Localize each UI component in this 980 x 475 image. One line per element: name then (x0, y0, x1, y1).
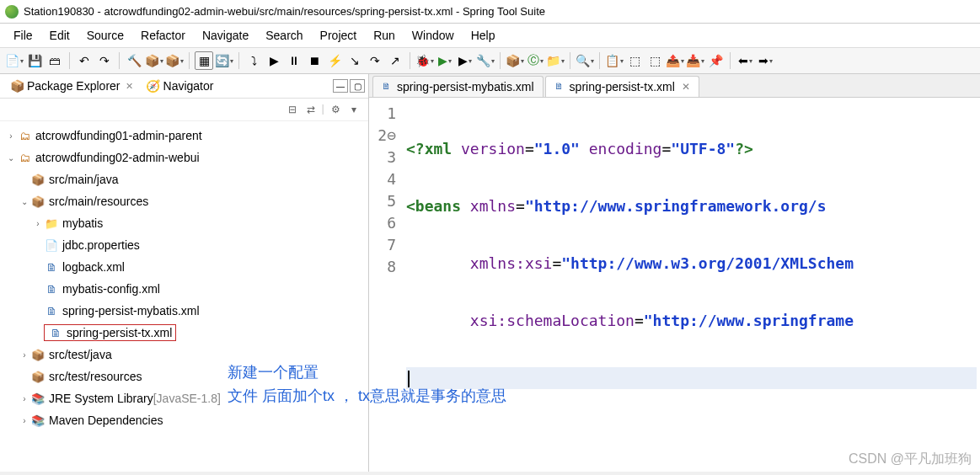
menu-navigate[interactable]: Navigate (195, 27, 255, 44)
link-editor-button[interactable]: ⇄ (303, 102, 319, 117)
debug-resume-button[interactable]: ▶ (265, 51, 283, 70)
separator (238, 52, 239, 69)
menu-search[interactable]: Search (259, 27, 309, 44)
step-return-button[interactable]: ↗ (386, 51, 404, 70)
maximize-view-button[interactable]: ▢ (350, 79, 365, 93)
editor-tabs: 🗎 spring-persist-mybatis.xml 🗎 spring-pe… (369, 74, 980, 98)
step-into-button[interactable]: ↘ (345, 51, 364, 70)
project-icon: 🗂 (17, 151, 32, 164)
editor-tab-active[interactable]: 🗎 spring-persist-tx.xml ✕ (545, 76, 699, 97)
library-icon: 📚 (30, 414, 46, 427)
separator (500, 52, 501, 69)
source-folder[interactable]: ⌄📦src/main/resources (2, 190, 367, 212)
file-node-selected[interactable]: 🗎spring-persist-tx.xml (2, 322, 367, 344)
code-editor[interactable]: 12⊖34 5678 <?xml version="1.0" encoding=… (369, 98, 980, 472)
minimize-view-button[interactable]: — (333, 79, 348, 93)
folder-node[interactable]: ›📁mybatis (2, 212, 367, 234)
new-package-button[interactable]: 📦 (506, 51, 524, 70)
debug-button[interactable]: 🐞 (415, 51, 434, 70)
file-node[interactable]: 🗎mybatis-config.xml (2, 278, 367, 300)
tab-navigator[interactable]: 🧭 Navigator (140, 76, 221, 96)
tool-button[interactable]: 📤 (666, 51, 684, 70)
redo-button[interactable]: ↷ (95, 51, 114, 70)
run-ext-button[interactable]: ▶ (456, 51, 474, 70)
project-node[interactable]: ⌄🗂atcrowdfunding02-admin-webui (2, 147, 367, 168)
code-content[interactable]: <?xml version="1.0" encoding="UTF-8"?> <… (403, 98, 980, 472)
debug-disconnect-button[interactable]: ⚡ (325, 51, 344, 70)
tab-package-explorer[interactable]: 📦 Package Explorer ✕ (3, 76, 140, 96)
menu-edit[interactable]: Edit (43, 27, 77, 44)
save-all-button[interactable]: 🗃 (46, 51, 64, 70)
collapse-all-button[interactable]: ⊟ (285, 102, 300, 117)
package-icon: 📦 (30, 195, 46, 208)
view-menu-button[interactable]: ▾ (346, 102, 361, 117)
menu-project[interactable]: Project (313, 27, 364, 44)
source-folder[interactable]: 📦src/main/java (2, 168, 367, 190)
source-folder[interactable]: 📦src/test/resources (2, 366, 367, 387)
new-button[interactable]: 📄 (5, 51, 24, 70)
view-tabs: 📦 Package Explorer ✕ 🧭 Navigator — ▢ (0, 74, 368, 99)
package-explorer-icon: 📦 (10, 79, 24, 93)
app-logo-icon (5, 5, 19, 19)
menu-help[interactable]: Help (464, 27, 502, 44)
separator (119, 52, 120, 69)
menu-refactor[interactable]: Refactor (134, 27, 192, 44)
file-node[interactable]: 📄jdbc.properties (2, 234, 367, 256)
tab-label: Package Explorer (27, 79, 120, 93)
editor-tab[interactable]: 🗎 spring-persist-mybatis.xml (372, 76, 544, 97)
menu-run[interactable]: Run (367, 27, 402, 44)
library-node[interactable]: ›📚Maven Dependencies (2, 409, 367, 431)
title-bar: Station190830 - atcrowdfunding02-admin-w… (0, 0, 980, 24)
tool-button[interactable]: 📥 (686, 51, 704, 70)
new-folder-button[interactable]: 📁 (546, 51, 565, 70)
debug-skip-button[interactable]: ⤵ (244, 51, 263, 70)
save-button[interactable]: 💾 (25, 51, 44, 70)
debug-pause-button[interactable]: ⏸ (285, 51, 303, 70)
run-button[interactable]: ▶ (436, 51, 454, 70)
tool-button[interactable]: 📦 (165, 51, 184, 70)
forward-button[interactable]: ➡ (756, 51, 774, 70)
project-node[interactable]: ›🗂atcrowdfunding01-admin-parent (2, 125, 367, 147)
run-last-button[interactable]: 🔧 (476, 51, 495, 70)
explorer-toolbar: ⊟ ⇄ | ⚙ ▾ (0, 99, 368, 121)
xml-icon: 🗎 (44, 260, 59, 274)
back-button[interactable]: ⬅ (736, 51, 754, 70)
file-icon: 📄 (44, 238, 59, 252)
close-icon[interactable]: ✕ (126, 81, 133, 92)
pin-button[interactable]: 📌 (706, 51, 725, 70)
step-over-button[interactable]: ↷ (366, 51, 384, 70)
filter-button[interactable]: ⚙ (328, 102, 343, 117)
xml-icon: 🗎 (44, 304, 59, 318)
menu-window[interactable]: Window (405, 27, 461, 44)
refresh-button[interactable]: 🔄 (215, 51, 233, 70)
main-toolbar: 📄 💾 🗃 ↶ ↷ 🔨 📦 📦 ▦ 🔄 ⤵ ▶ ⏸ ⏹ ⚡ ↘ ↷ ↗ 🐞 ▶ … (0, 48, 980, 74)
window-title: Station190830 - atcrowdfunding02-admin-w… (24, 5, 545, 18)
project-icon: 🗂 (17, 129, 32, 142)
tool-button[interactable]: ⬚ (625, 51, 644, 70)
package-icon: 📦 (30, 370, 46, 383)
tool-button[interactable]: 📦 (145, 51, 163, 70)
xml-icon: 🗎 (554, 81, 566, 93)
tab-label: spring-persist-tx.xml (570, 80, 675, 93)
package-explorer-tree: ›🗂atcrowdfunding01-admin-parent ⌄🗂atcrow… (0, 121, 368, 472)
file-node[interactable]: 🗎spring-persist-mybatis.xml (2, 300, 367, 322)
debug-stop-button[interactable]: ⏹ (305, 51, 324, 70)
xml-icon: 🗎 (44, 282, 59, 296)
tool-button[interactable]: ▦ (195, 51, 213, 70)
library-node[interactable]: ›📚JRE System Library [JavaSE-1.8] (2, 387, 367, 409)
xml-icon: 🗎 (48, 326, 63, 339)
package-icon: 📦 (30, 173, 46, 186)
undo-button[interactable]: ↶ (75, 51, 94, 70)
task-button[interactable]: 📋 (605, 51, 624, 70)
new-class-button[interactable]: Ⓒ (526, 51, 544, 70)
file-node[interactable]: 🗎logback.xml (2, 256, 367, 278)
tool-button[interactable]: 🔨 (125, 51, 143, 70)
menu-file[interactable]: File (7, 27, 40, 44)
close-tab-icon[interactable]: ✕ (682, 81, 690, 93)
search-button[interactable]: 🔍 (576, 51, 594, 70)
main-area: 📦 Package Explorer ✕ 🧭 Navigator — ▢ ⊟ ⇄… (0, 74, 980, 472)
tool-button[interactable]: ⬚ (645, 51, 664, 70)
source-folder[interactable]: ›📦src/test/java (2, 344, 367, 366)
menu-source[interactable]: Source (80, 27, 131, 44)
tab-label: Navigator (163, 79, 214, 93)
